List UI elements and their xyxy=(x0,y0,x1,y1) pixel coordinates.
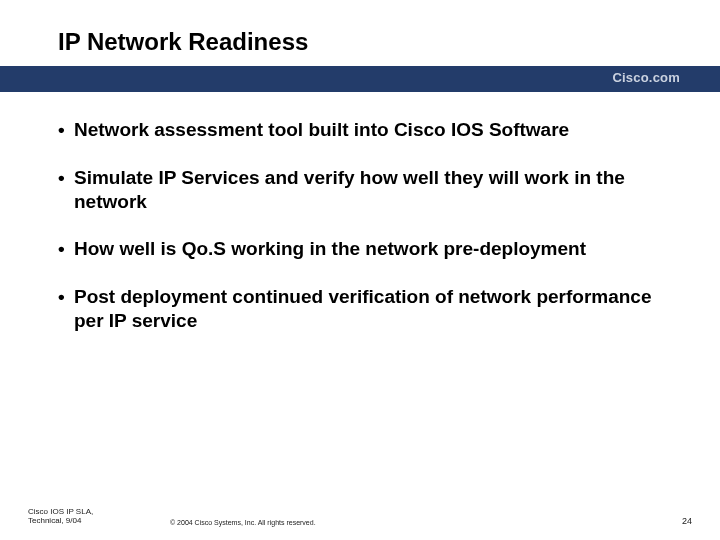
page-number: 24 xyxy=(682,516,692,526)
bullet-item: Network assessment tool built into Cisco… xyxy=(58,118,672,142)
footer: Cisco IOS IP SLA, Technical, 9/04 © 2004… xyxy=(0,507,720,526)
title-area: IP Network Readiness xyxy=(0,0,720,66)
footer-left-line2: Technical, 9/04 xyxy=(28,516,692,526)
bullet-item: How well is Qo.S working in the network … xyxy=(58,237,672,261)
slide: IP Network Readiness Cisco.com Network a… xyxy=(0,0,720,540)
brand-label: Cisco.com xyxy=(612,70,680,85)
footer-left-line1: Cisco IOS IP SLA, xyxy=(28,507,692,517)
bullet-item: Post deployment continued verification o… xyxy=(58,285,672,333)
header-bar: Cisco.com xyxy=(0,66,720,92)
footer-copyright: © 2004 Cisco Systems, Inc. All rights re… xyxy=(170,519,316,526)
bullet-item: Simulate IP Services and verify how well… xyxy=(58,166,672,214)
content-area: Network assessment tool built into Cisco… xyxy=(0,92,720,333)
slide-title: IP Network Readiness xyxy=(58,28,720,56)
footer-left: Cisco IOS IP SLA, Technical, 9/04 xyxy=(28,507,692,526)
